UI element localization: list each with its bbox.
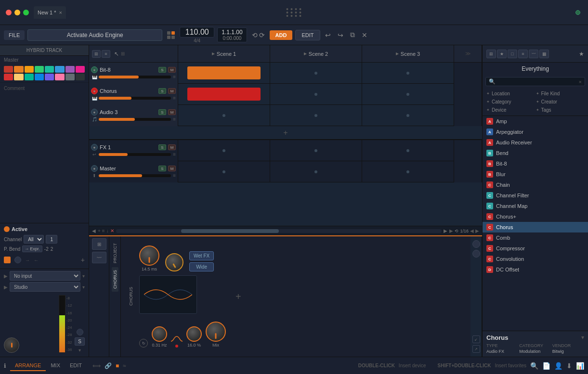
horizontal-scrollbar[interactable] [116,229,442,233]
track-cell-fx1-1[interactable] [178,140,270,161]
browser-icon-view[interactable]: ★ [497,50,507,58]
channel-select[interactable]: All [24,235,44,244]
browser-item-dc-offset[interactable]: D DC Offset [483,264,588,275]
color-swatch-rose[interactable] [55,74,64,80]
wet-fx-button[interactable]: Wet FX [189,251,214,260]
color-swatch-blue[interactable] [55,66,64,73]
track-fader-master[interactable] [99,174,171,177]
grid-view-button[interactable]: ⊞ [92,50,101,58]
device-waveform-btn[interactable]: 〰 [92,252,106,263]
color-swatch-mint[interactable] [25,74,34,80]
input-dropdown-arrow[interactable]: ▾ [82,273,85,279]
redo-icon[interactable]: ↪ [336,30,345,40]
track-remove-icon[interactable]: ✕ [110,228,114,233]
close-button[interactable] [6,10,12,15]
track-add-icon[interactable]: + [98,228,101,233]
track-power-master[interactable]: ● [91,165,98,172]
add-device-plus[interactable]: + [235,291,241,302]
track-menu-chorus[interactable]: ≡ [173,95,176,101]
tab-chorus[interactable]: CHORUS [112,267,118,292]
track-power-chorus[interactable]: ● [91,88,98,94]
track-fader-audio3[interactable] [99,118,171,121]
tag-filekind[interactable]: ✦ File Kind [536,90,585,97]
loop-back-icon[interactable]: ⟳ [259,31,265,39]
track-cell-master-1[interactable] [178,161,270,182]
color-swatch-gray[interactable] [65,74,75,80]
track-mute-audio3[interactable]: M [168,109,176,115]
tag-tags[interactable]: ✦ Tags [536,106,585,114]
scroll-next-button[interactable]: ▶ [444,228,447,233]
track-fader-fx1[interactable] [99,153,171,156]
track-list-icon[interactable]: ≡ [102,228,105,233]
track-solo-master[interactable]: S [158,166,166,171]
loop-icon[interactable]: ⟲ [252,31,258,39]
zoom-in-button[interactable]: ◀ [470,228,474,233]
search-clear-button[interactable]: × [579,79,582,85]
track-fader-bit8[interactable] [99,76,171,78]
bottom-search-icon[interactable]: 🔍 [530,362,538,370]
delay-time-knob[interactable] [139,245,159,266]
tag-creator[interactable]: ✦ Creator [536,98,585,105]
browser-item-chorusplus[interactable]: C Chorus+ [483,211,588,222]
close-tab-icon[interactable]: × [59,10,62,15]
tone-knob[interactable] [165,253,183,271]
color-swatch-yellow[interactable] [25,66,34,73]
bottom-download-icon[interactable]: ⬇ [566,362,572,370]
tag-device[interactable]: ✦ Device [486,106,535,114]
browser-item-channel-map[interactable]: C Channel Map [483,201,588,211]
color-swatch-red[interactable] [4,66,13,73]
track-mute-fx1[interactable]: M [168,144,176,150]
track-mute-bit8[interactable]: M [168,67,176,73]
browser-item-compressor[interactable]: C Compressor [483,243,588,254]
activate-audio-engine-button[interactable]: Activate Audio Engine [27,29,162,41]
scene-3[interactable]: ▶ Scene 3 [362,45,454,63]
track-cell-bit8-1[interactable] [178,63,270,84]
add-button[interactable]: ADD [270,30,293,40]
track-menu-fx1[interactable]: ≡ [173,152,176,157]
info-icon[interactable]: ℹ [4,362,6,369]
file-menu-button[interactable]: FILE [4,30,25,40]
browser-grid-view[interactable]: ⊞ [486,50,496,58]
track-solo-fx1[interactable]: S [158,144,166,150]
browser-item-convolution[interactable]: C Convolution [483,254,588,264]
minimize-button[interactable] [14,10,20,15]
tab-edit[interactable]: EDIT [65,361,87,371]
track-cell-master-2[interactable] [270,161,362,182]
maximize-button[interactable] [23,10,29,15]
pitch-wheel[interactable] [472,240,480,248]
track-power-bit8[interactable]: ● [91,66,98,73]
sync-right-icon[interactable]: ↗ [472,345,480,353]
track-cell-audio3-3[interactable] [362,105,454,126]
browser-item-amp[interactable]: A Amp [483,116,588,127]
cursor-tool[interactable]: ↖ [114,51,119,57]
track-power-audio3[interactable]: ● [91,109,98,116]
tab-arrange[interactable]: ARRANGE [10,361,46,371]
color-swatch-purple[interactable] [65,66,75,73]
zoom-out-button[interactable]: ▶ [475,228,479,233]
scene-1[interactable]: ▶ Scene 1 [178,45,270,63]
track-solo-audio3[interactable]: S [158,109,166,115]
delete-icon[interactable]: ✕ [360,30,369,40]
browser-item-chain[interactable]: C Chain [483,180,588,190]
copy-icon[interactable]: ⧉ [348,30,357,40]
track-mute-chorus[interactable]: M [168,88,176,94]
browser-waveform-view[interactable]: 〰 [529,50,538,58]
browser-search-input[interactable] [497,79,577,85]
browser-spectrum-view[interactable]: ▦ [539,50,549,58]
color-swatch-green[interactable] [35,66,44,73]
track-cell-audio3-1[interactable] [178,105,270,126]
edit-button[interactable]: EDIT [295,30,320,40]
scroll-prev-button[interactable]: ◀ [92,228,96,233]
track-cell-audio3-2[interactable] [270,105,362,126]
mod-wheel[interactable] [472,250,480,258]
play-button-small[interactable]: ▶ [449,228,453,233]
tag-category[interactable]: ✦ Category [486,98,535,105]
tab-mix[interactable]: MIX [46,361,65,371]
color-swatch-teal[interactable] [45,66,54,73]
channel-number[interactable] [46,235,57,244]
track-mute-master[interactable]: M [168,166,176,171]
color-swatch-dark[interactable] [76,74,85,80]
pan-knob[interactable] [77,329,83,335]
color-swatch-sand[interactable] [14,74,23,80]
track-power-fx1[interactable]: ● [91,144,98,151]
